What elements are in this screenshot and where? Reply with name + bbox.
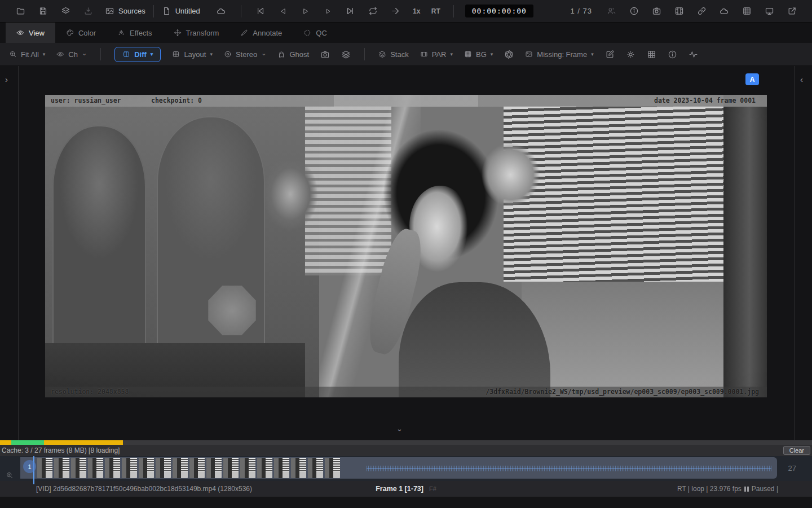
timeline-thumbnail[interactable]	[71, 458, 86, 478]
timeline-thumbnail[interactable]	[189, 458, 205, 478]
info-icon	[668, 50, 677, 59]
timeline-thumbnail[interactable]	[37, 458, 52, 478]
skip-to-start-button[interactable]	[249, 3, 272, 20]
info-button[interactable]	[623, 3, 645, 20]
timeline-thumbnail[interactable]	[122, 458, 137, 478]
image-icon	[105, 6, 114, 16]
channel-dropdown[interactable]: Ch ⌄	[56, 50, 87, 59]
image-info-button[interactable]	[668, 50, 677, 59]
stack-button[interactable]: Stack	[378, 50, 409, 59]
left-panel-toggle[interactable]: ›	[5, 75, 8, 84]
layers-button[interactable]	[341, 50, 351, 59]
export-button[interactable]	[77, 3, 99, 20]
step-forward-button[interactable]	[317, 3, 339, 20]
tab-effects[interactable]: Effects	[107, 23, 163, 43]
caret-down-icon: ▾	[450, 52, 453, 57]
skip-to-end-button[interactable]	[339, 3, 362, 20]
timeline-thumbnail[interactable]	[54, 458, 69, 478]
stereo-dropdown[interactable]: Stereo ⌄	[224, 50, 267, 59]
media-info: [VID] 2d56d82687b78171f50c496bab002bc18d…	[36, 485, 252, 493]
play-backward-button[interactable]	[272, 3, 294, 20]
timeline-thumbnail[interactable]	[88, 458, 103, 478]
bg-label: BG	[476, 50, 487, 59]
cloud-icon	[217, 6, 226, 16]
frame-format-toggle[interactable]: F#	[429, 485, 436, 492]
right-panel-toggle[interactable]: ‹	[800, 75, 803, 84]
tab-annotate[interactable]: Annotate	[230, 23, 293, 43]
document-button[interactable]: Untitled	[162, 3, 200, 20]
cache-clear-button[interactable]: Clear	[783, 446, 810, 455]
play-direction-button[interactable]	[385, 3, 407, 20]
timeline-zoom-button[interactable]	[6, 471, 14, 479]
aperture-icon	[504, 50, 514, 59]
timeline-thumbnail[interactable]	[274, 458, 289, 478]
layout-label: Layout	[184, 50, 206, 59]
ghost-toggle[interactable]: Ghost	[277, 50, 309, 59]
timeline-track[interactable]	[20, 457, 777, 479]
link-button[interactable]	[690, 3, 713, 20]
capture-button[interactable]	[320, 50, 330, 59]
eye-icon	[16, 29, 24, 37]
diff-mode-button[interactable]: Diff ▾	[114, 47, 161, 62]
speed-button[interactable]: 1x	[407, 3, 426, 20]
tab-transform[interactable]: Transform	[163, 23, 230, 43]
play-icon	[302, 7, 310, 15]
timeline-thumbnail[interactable]	[223, 458, 239, 478]
frame-art	[208, 286, 255, 335]
timeline-thumbnail[interactable]	[173, 458, 188, 478]
diff-label: Diff	[134, 50, 147, 59]
film-button[interactable]	[668, 3, 690, 20]
timeline-thumbnail[interactable]	[206, 458, 222, 478]
timecode-display[interactable]: 00:00:00:00	[465, 5, 533, 17]
play-forward-button[interactable]	[294, 3, 317, 20]
layout-grid-icon	[172, 50, 180, 58]
open-button[interactable]	[9, 3, 32, 20]
edit-button[interactable]	[605, 50, 615, 59]
frame-art	[399, 282, 550, 397]
loop-mode-button[interactable]	[362, 3, 385, 20]
tab-qc[interactable]: QC	[293, 23, 338, 43]
brightness-button[interactable]	[626, 50, 636, 59]
tile-view-button[interactable]	[735, 3, 758, 20]
layers-button[interactable]	[54, 3, 77, 20]
frame-art	[363, 225, 429, 357]
channel-label: Ch	[68, 50, 78, 59]
scopes-button[interactable]	[689, 50, 698, 59]
timeline-thumbnail[interactable]	[257, 458, 272, 478]
tab-color[interactable]: Color	[55, 23, 107, 43]
missing-frame-dropdown[interactable]: Missing: Frame ▾	[525, 50, 593, 59]
viewer-image[interactable]: user: russian_user checkpoint: 0 date 20…	[45, 95, 767, 397]
divider	[364, 48, 365, 60]
sparkles-icon	[117, 29, 125, 37]
frame-art	[45, 95, 767, 397]
layout-dropdown[interactable]: Layout ▾	[172, 50, 213, 59]
timeline-thumbnail[interactable]	[308, 458, 323, 478]
save-button[interactable]	[32, 3, 54, 20]
bottom-panel-toggle[interactable]: ⌄	[396, 425, 403, 432]
timeline-thumbnail[interactable]	[105, 458, 120, 478]
pop-out-button[interactable]	[780, 3, 803, 20]
sync-button[interactable]	[210, 3, 233, 20]
loop-icon	[368, 6, 378, 16]
tab-view[interactable]: View	[6, 23, 55, 43]
timeline-thumbnail[interactable]	[139, 458, 154, 478]
realtime-button[interactable]: RT	[426, 3, 445, 20]
sources-button[interactable]: Sources	[105, 3, 145, 20]
par-dropdown[interactable]: PAR ▾	[420, 50, 453, 59]
viewer-canvas[interactable]: › ‹ ⌄ A user: russian_user checkpoint	[0, 66, 812, 440]
timeline-thumbnail[interactable]	[156, 458, 171, 478]
playhead-handle[interactable]: 1	[23, 460, 36, 473]
cloud-upload-button[interactable]	[713, 3, 735, 20]
ab-source-badge[interactable]: A	[745, 73, 759, 85]
tab-transform-label: Transform	[186, 29, 219, 37]
timeline-thumbnail[interactable]	[325, 458, 340, 478]
snapshot-button[interactable]	[645, 3, 668, 20]
collaborate-button[interactable]	[600, 3, 623, 20]
presentation-button[interactable]	[758, 3, 780, 20]
grid-overlay-button[interactable]	[647, 50, 656, 59]
fit-all-dropdown[interactable]: Fit All ▾	[9, 50, 45, 59]
timeline-thumbnail[interactable]	[291, 458, 306, 478]
bg-dropdown[interactable]: BG ▾	[464, 50, 493, 59]
timeline-thumbnail[interactable]	[240, 458, 255, 478]
aperture-button[interactable]	[504, 50, 514, 59]
